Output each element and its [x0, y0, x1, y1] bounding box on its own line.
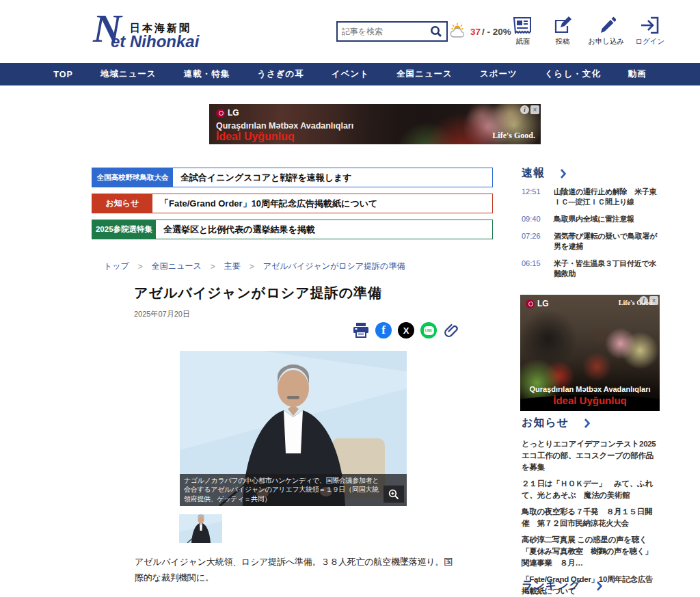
- apply-label: お申し込み: [588, 37, 624, 47]
- chevron-right-icon: [560, 169, 566, 178]
- notice-text: 全試合イニングスコアと戦評を速報します: [173, 168, 492, 187]
- ranking-header[interactable]: ランキング: [522, 579, 602, 593]
- logo-english-title: et Nihonkai: [111, 32, 199, 51]
- search-input[interactable]: [338, 27, 426, 36]
- login-button[interactable]: ログイン: [635, 16, 664, 47]
- paper-edition-label: 紙面: [516, 37, 530, 47]
- article-date: 2025年07月20日: [134, 309, 190, 319]
- pencil-icon: [597, 16, 616, 34]
- ad-close-icon[interactable]: ×: [649, 296, 658, 305]
- notice-text: 「Fate/Grand Order」10周年記念広告掲載紙について: [152, 194, 492, 213]
- ad-info-icon[interactable]: i: [639, 296, 648, 305]
- weather-widget[interactable]: 37 / - 20%: [449, 23, 511, 40]
- x-share-icon[interactable]: X: [398, 322, 414, 339]
- notice-bars: 全国高校野球鳥取大会 全試合イニングスコアと戦評を速報します お知らせ 「Fat…: [92, 168, 493, 246]
- notice-election-2025[interactable]: 2025参院選特集 全選挙区と比例代表の選挙結果を掲載: [92, 220, 493, 239]
- lg-brand-text: LG: [228, 108, 239, 118]
- line-share-icon[interactable]: LINE: [420, 322, 437, 339]
- breadcrumb-top[interactable]: トップ: [104, 261, 129, 272]
- ad-close-icon[interactable]: ×: [530, 105, 539, 114]
- login-arrow-icon: [640, 16, 660, 34]
- banner-ad-controls: i ×: [520, 105, 539, 114]
- nav-local-news[interactable]: 地域ニュース: [100, 68, 157, 80]
- lg-mark-icon: [526, 300, 535, 308]
- banner-ad-line1: Quraşdırılan Mətbəx Avadanlıqları: [216, 121, 353, 131]
- sidebar-notice-item[interactable]: ２１日は「ＨＯＫデー」 みて、ふれて、光とあそぶ 魔法の美術館: [522, 478, 660, 501]
- article-photo[interactable]: ナゴルノカラバフの中心都市ハンケンディで、国際会議参加者と会合するアゼルバイジャ…: [180, 351, 407, 506]
- nav-top[interactable]: TOP: [53, 70, 72, 79]
- post-label: 投稿: [556, 37, 570, 47]
- weather-detail: / - 20%: [482, 27, 511, 37]
- login-label: ログイン: [635, 37, 664, 47]
- breaking-time: 09:40: [522, 214, 554, 224]
- sidebar-ad[interactable]: LG Life's Good. i × Quraşdırılan Mətbəx …: [520, 295, 660, 411]
- nav-life-culture[interactable]: くらし・文化: [545, 68, 601, 80]
- notice-oshirase[interactable]: お知らせ 「Fate/Grand Order」10周年記念広告掲載紙について: [92, 194, 493, 213]
- breaking-news-item[interactable]: 09:40 鳥取県内全域に雷注意報: [522, 214, 660, 224]
- breaking-news-title: 速報: [522, 166, 545, 181]
- copy-link-icon[interactable]: [443, 322, 459, 339]
- share-icons-row: f X LINE: [353, 322, 459, 339]
- sidebar-ad-controls: i ×: [639, 296, 658, 305]
- print-icon[interactable]: [353, 322, 369, 339]
- sidebar-notice-item[interactable]: 高砂淳二写真展 この惑星の声を聴く 「夏休み写真教室 樹鷚の声を聴く」関連事業 …: [522, 534, 660, 569]
- chevron-right-icon: [584, 419, 590, 428]
- nav-events[interactable]: イベント: [332, 68, 369, 80]
- nav-series-features[interactable]: 連載・特集: [184, 68, 230, 80]
- breadcrumb-national-news[interactable]: 全国ニュース: [152, 261, 202, 272]
- banner-ad-line2: İdeal Uyğunluq: [216, 131, 295, 143]
- notice-label: 全国高校野球鳥取大会: [92, 168, 173, 187]
- breaking-news-header[interactable]: 速報: [522, 166, 566, 181]
- breaking-news-item[interactable]: 06:15 米子・皆生温泉３丁目付近で水難救助: [522, 258, 660, 279]
- site-header: N 日本海新聞 et Nihonkai 37 / - 20% 紙面: [0, 0, 700, 63]
- ad-info-icon[interactable]: i: [520, 105, 529, 114]
- article-photo-thumbnail[interactable]: [179, 514, 222, 543]
- top-banner-ad[interactable]: LG Quraşdırılan Mətbəx Avadanlıqları İde…: [209, 104, 541, 144]
- notice-koshien-tottori[interactable]: 全国高校野球鳥取大会 全試合イニングスコアと戦評を速報します: [92, 168, 493, 187]
- sidebar-notices-list: とっとりエコアイデアコンテスト2025 エコ工作の部、エコスクープの部作品を募集…: [522, 438, 660, 597]
- breaking-text: 米子・皆生温泉３丁目付近で水難救助: [554, 258, 660, 279]
- breaking-text: 山陰道の通行止め解除 米子東ＩＣ―淀江ＩＣ間上り線: [554, 187, 660, 207]
- lg-brand-text: LG: [537, 299, 549, 308]
- thumbnail-illustration: [179, 514, 222, 543]
- main-navigation: TOP 地域ニュース 連載・特集 うさぎの耳 イベント 全国ニュース スポーツ …: [0, 63, 700, 85]
- lg-logo: LG: [216, 108, 239, 118]
- breadcrumb-separator: >: [138, 262, 143, 271]
- article-body: アゼルバイジャン大統領、ロシア提訴へ準備。３８人死亡の航空機墜落巡り。国際的な裁…: [135, 554, 453, 585]
- search-icon: [430, 25, 442, 38]
- sidebar-ad-line1: Quraşdırılan Mətbəx Avadanlıqları: [520, 385, 660, 393]
- facebook-share-icon[interactable]: f: [375, 322, 392, 339]
- nav-usagi-no-mimi[interactable]: うさぎの耳: [257, 68, 304, 80]
- lg-logo: LG: [526, 299, 549, 308]
- chevron-right-icon: [596, 581, 602, 591]
- page: { "header": { "logo_jp": "日本海新聞", "logo_…: [0, 0, 700, 597]
- search-button[interactable]: [426, 23, 446, 40]
- search-box: [336, 21, 448, 42]
- notice-label: お知らせ: [92, 194, 152, 213]
- post-button[interactable]: 投稿: [548, 16, 577, 47]
- nav-video[interactable]: 動画: [628, 68, 647, 80]
- breaking-news-list: 12:51 山陰道の通行止め解除 米子東ＩＣ―淀江ＩＣ間上り線 09:40 鳥取…: [522, 187, 660, 286]
- lg-mark-icon: [216, 109, 225, 118]
- sidebar-notice-item[interactable]: とっとりエコアイデアコンテスト2025 エコ工作の部、エコスクープの部作品を募集: [522, 438, 660, 473]
- photo-zoom-button[interactable]: [383, 486, 404, 503]
- apply-button[interactable]: お申し込み: [588, 16, 624, 47]
- breaking-news-item[interactable]: 07:26 酒気帯び運転の疑いで鳥取署が男を逮捕: [522, 231, 660, 252]
- breaking-time: 07:26: [522, 231, 554, 252]
- breadcrumb-main[interactable]: 主要: [224, 261, 241, 272]
- nav-national-news[interactable]: 全国ニュース: [396, 68, 453, 80]
- site-logo[interactable]: N 日本海新聞 et Nihonkai: [93, 10, 298, 53]
- breadcrumb-separator: >: [250, 262, 254, 271]
- paper-edition-button[interactable]: 紙面: [509, 16, 537, 47]
- sidebar-notices-header[interactable]: お知らせ: [522, 416, 590, 430]
- breaking-text: 酒気帯び運転の疑いで鳥取署が男を逮捕: [554, 231, 660, 252]
- newspaper-icon: [513, 16, 533, 34]
- nav-sports[interactable]: スポーツ: [480, 68, 517, 80]
- breadcrumb-separator: >: [211, 262, 215, 271]
- photo-caption: ナゴルノカラバフの中心都市ハンケンディで、国際会議参加者と会合するアゼルバイジャ…: [180, 474, 407, 507]
- sun-cloud-icon: [449, 23, 468, 40]
- breaking-time: 12:51: [522, 187, 554, 207]
- breadcrumb-current-article: アゼルバイジャンがロシア提訴の準備: [263, 261, 405, 272]
- sidebar-notice-item[interactable]: 鳥取の夜空彩る７千発 ８月１５日開催 第７２回市民納涼花火大会: [522, 506, 660, 529]
- breaking-news-item[interactable]: 12:51 山陰道の通行止め解除 米子東ＩＣ―淀江ＩＣ間上り線: [522, 187, 660, 207]
